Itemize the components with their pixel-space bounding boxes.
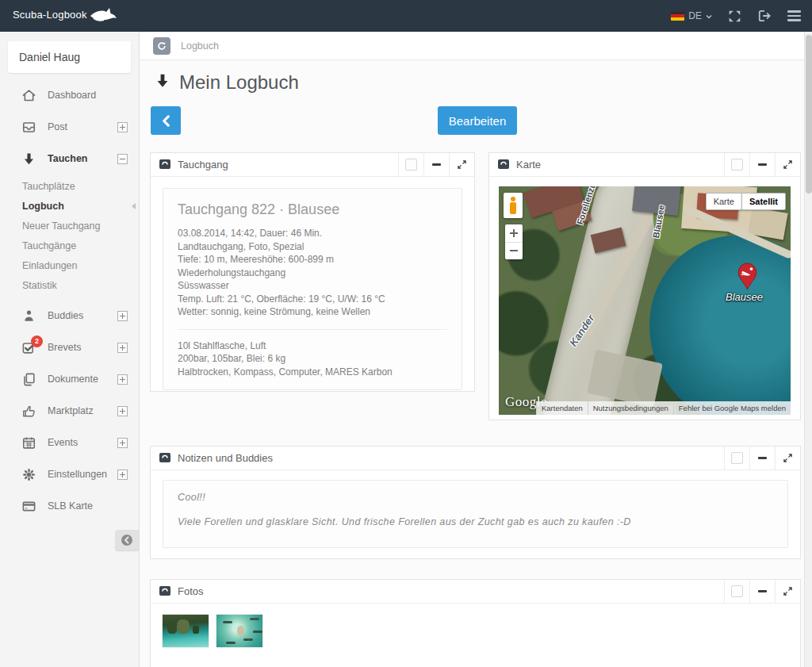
user-name-card: Daniel Haug	[8, 41, 131, 73]
expand-plus-icon[interactable]	[117, 121, 128, 136]
sidebar-item-tauchplaetze[interactable]: Tauchplätze	[0, 176, 139, 196]
sidebar-item-events[interactable]: Events	[0, 427, 139, 458]
panel-expand-icon[interactable]	[449, 153, 474, 177]
language-selector[interactable]: DE	[671, 10, 712, 21]
person-icon	[21, 309, 36, 324]
photo-thumbnail[interactable]	[163, 615, 209, 647]
panel-icon	[159, 451, 170, 466]
panel-collapse-icon[interactable]	[749, 580, 775, 604]
breadcrumb-label[interactable]: Logbuch	[181, 40, 219, 52]
attribution-nutzungsbedingungen[interactable]: Nutzungsbedingungen	[588, 401, 673, 415]
topbar-actions: DE	[671, 10, 801, 23]
sidebar-nav: Dashboard Post Tauchen	[0, 79, 139, 522]
sidebar-item-buddies[interactable]: Buddies	[0, 300, 139, 332]
whale-logo-icon	[89, 6, 117, 26]
map-attribution: Kartendaten Nutzungsbedingungen Fehler b…	[536, 401, 791, 415]
dive-heading: Tauchgang 822 · Blausee	[178, 201, 447, 218]
map-zoom-control	[505, 224, 523, 259]
panel-expand-icon[interactable]	[775, 580, 800, 604]
inbox-icon	[21, 120, 36, 135]
edit-button[interactable]: Bearbeiten	[438, 106, 517, 135]
notes-text: Cool!! Viele Forellen und glasklare Sich…	[163, 480, 788, 548]
zoom-out-button[interactable]	[505, 243, 523, 260]
scrollbar-thumb[interactable]	[806, 35, 812, 194]
panel-icon	[159, 585, 170, 599]
german-flag-icon	[671, 12, 684, 21]
sidebar-collapse-button[interactable]	[115, 530, 139, 550]
sidebar-item-marktplatz[interactable]: Marktplatz	[0, 395, 139, 427]
expand-plus-icon[interactable]	[117, 342, 128, 356]
panel-checkbox[interactable]	[724, 447, 749, 470]
back-button[interactable]	[151, 106, 181, 135]
sidebar-item-neuer-tauchgang[interactable]: Neuer Tauchgang	[0, 216, 139, 236]
sidebar-item-brevets[interactable]: 2 Brevets	[0, 332, 139, 363]
attribution-fehler-melden[interactable]: Fehler bei Google Maps melden	[673, 401, 791, 415]
tauchen-submenu: Tauchplätze Logbuch Neuer Tauchgang Tauc…	[0, 174, 139, 300]
photos-panel-header: Fotos	[151, 580, 800, 604]
expand-plus-icon[interactable]	[117, 469, 128, 483]
refresh-icon[interactable]	[153, 37, 170, 55]
expand-plus-icon[interactable]	[117, 374, 128, 388]
gear-icon	[21, 467, 36, 482]
attribution-kartendaten[interactable]: Kartendaten	[536, 401, 588, 415]
photos-panel: Fotos	[150, 579, 801, 667]
notes-panel-header: Notizen und Buddies	[151, 447, 800, 470]
panel-checkbox[interactable]	[724, 580, 749, 604]
main-content: Logbuch Mein Logbuch Bearbeiten Tauchgan…	[140, 32, 804, 667]
collapse-minus-icon[interactable]	[117, 153, 128, 167]
expand-plus-icon[interactable]	[117, 405, 128, 420]
map-type-toggle: Karte Satellit	[706, 193, 786, 210]
sidebar-item-logbuch[interactable]: Logbuch	[0, 196, 139, 216]
sidebar-item-dashboard[interactable]: Dashboard	[0, 79, 139, 111]
photo-thumbnails	[151, 604, 800, 647]
notes-panel: Notizen und Buddies Cool!! Viele Forelle…	[150, 446, 801, 559]
sidebar-item-tauchen[interactable]: Tauchen	[0, 143, 139, 174]
zoom-in-button[interactable]	[505, 224, 523, 243]
page-title: Mein Logbuch	[154, 71, 299, 94]
map-type-satellit-button[interactable]: Satellit	[741, 193, 786, 210]
language-label: DE	[688, 10, 702, 21]
panel-collapse-icon[interactable]	[423, 153, 449, 177]
google-map[interactable]: Forellenzucht Blausee Kander Blausee Kar…	[499, 186, 791, 415]
panel-expand-icon[interactable]	[775, 447, 800, 470]
sidebar-item-post[interactable]: Post	[0, 111, 139, 143]
vertical-scrollbar	[804, 32, 812, 667]
chevron-down-icon	[706, 10, 712, 21]
panel-icon	[159, 158, 170, 172]
photo-thumbnail[interactable]	[216, 615, 262, 647]
brand-logo[interactable]: Scuba-Logbook	[13, 6, 117, 26]
menu-icon[interactable]	[787, 10, 801, 21]
sidebar-item-statistik[interactable]: Statistik	[0, 275, 139, 295]
panel-collapse-icon[interactable]	[749, 447, 775, 470]
logout-icon[interactable]	[757, 10, 772, 22]
panel-checkbox[interactable]	[398, 153, 423, 177]
check-square-icon: 2	[21, 340, 36, 355]
dive-arrow-icon	[21, 151, 36, 167]
sidebar-item-einladungen[interactable]: Einladungen	[0, 255, 139, 275]
thumbs-up-icon	[21, 404, 36, 419]
sidebar-item-dokumente[interactable]: Dokumente	[0, 363, 139, 395]
fullscreen-icon[interactable]	[728, 10, 741, 23]
sidebar-item-tauchgaenge[interactable]: Tauchgänge	[0, 236, 139, 255]
sidebar-item-slb-karte[interactable]: SLB Karte	[0, 490, 139, 522]
panel-checkbox[interactable]	[724, 153, 749, 177]
panel-collapse-icon[interactable]	[749, 153, 775, 177]
brevets-badge: 2	[31, 335, 43, 347]
sidebar-item-einstellungen[interactable]: Einstellungen	[0, 458, 139, 490]
map-type-karte-button[interactable]: Karte	[706, 193, 741, 210]
documents-icon	[21, 372, 36, 387]
dive-site-marker-icon[interactable]	[737, 263, 758, 293]
lake-terrain	[649, 236, 791, 415]
panel-expand-icon[interactable]	[775, 153, 800, 177]
dive-details: Tauchgang 822 · Blausee 03.08.2014, 14:4…	[163, 188, 462, 390]
expand-plus-icon[interactable]	[117, 437, 128, 451]
divider	[178, 329, 447, 330]
app-window: Scuba-Logbook DE Daniel Haug	[0, 0, 812, 667]
credit-card-icon	[21, 499, 36, 514]
chevron-left-icon	[161, 115, 171, 127]
expand-plus-icon[interactable]	[117, 310, 128, 324]
breadcrumb: Logbuch	[140, 32, 804, 60]
dive-arrow-icon	[154, 72, 171, 93]
street-view-pegman-icon[interactable]	[504, 193, 523, 218]
home-icon	[21, 88, 36, 103]
